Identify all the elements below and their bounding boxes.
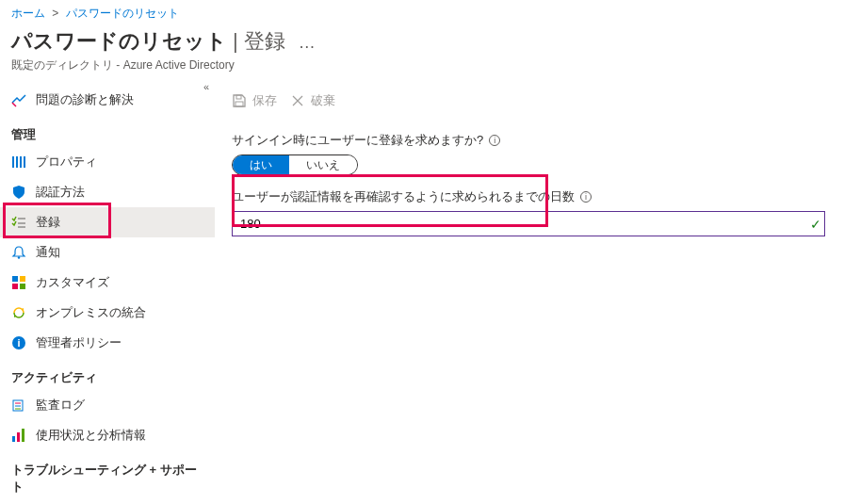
page-title-main: パスワードのリセット	[11, 27, 227, 56]
page-header: パスワードのリセット | 登録 … 既定のディレクトリ - Azure Acti…	[0, 24, 844, 81]
sidebar-section-activity: アクティビティ	[0, 358, 215, 390]
info-icon: i	[11, 335, 26, 350]
sidebar-item-label: 監査ログ	[36, 397, 85, 414]
page-subtitle: 既定のディレクトリ - Azure Active Directory	[11, 57, 833, 73]
page-title-sub: 登録	[244, 27, 285, 56]
properties-icon	[11, 154, 26, 170]
svg-rect-0	[12, 156, 14, 168]
discard-label: 破棄	[311, 92, 335, 109]
svg-rect-2	[20, 156, 22, 168]
svg-rect-18	[12, 436, 15, 442]
sidebar-item-label: 認証方法	[36, 184, 85, 201]
sidebar-item-onprem[interactable]: オンプレミスの統合	[0, 298, 215, 328]
sidebar-collapse-button[interactable]: «	[203, 81, 209, 92]
sidebar-item-label: 管理者ポリシー	[36, 334, 122, 351]
svg-rect-20	[22, 429, 24, 442]
toolbar: 保存 破棄	[232, 89, 829, 121]
toggle-yes[interactable]: はい	[233, 155, 289, 174]
svg-rect-9	[20, 276, 25, 282]
diagnose-icon	[11, 92, 26, 107]
sidebar-item-label: 使用状況と分析情報	[36, 427, 146, 444]
breadcrumb: ホーム > パスワードのリセット	[0, 0, 844, 24]
info-tooltip-icon[interactable]: i	[580, 191, 592, 203]
info-tooltip-icon[interactable]: i	[489, 135, 500, 146]
page-title-separator: |	[233, 29, 238, 54]
svg-rect-3	[24, 156, 25, 168]
svg-rect-10	[12, 284, 18, 289]
main-content: 保存 破棄 サインイン時にユーザーに登録を求めますか? i はい いいえ	[215, 81, 844, 504]
save-label: 保存	[252, 92, 277, 109]
page-more-button[interactable]: …	[299, 33, 316, 53]
breadcrumb-home[interactable]: ホーム	[11, 7, 45, 20]
sidebar-item-admin-policy[interactable]: i 管理者ポリシー	[0, 328, 215, 358]
sidebar: « 問題の診断と解決 管理 プロパティ 認証方法 登録 通知	[0, 81, 215, 504]
svg-rect-8	[12, 276, 18, 282]
save-icon	[232, 93, 247, 108]
sidebar-item-label: 通知	[36, 244, 60, 261]
svg-rect-1	[16, 156, 18, 168]
svg-rect-19	[17, 432, 20, 442]
sidebar-item-label: 登録	[36, 214, 60, 231]
toggle-no[interactable]: いいえ	[289, 155, 357, 174]
discard-button[interactable]: 破棄	[290, 92, 335, 109]
sidebar-item-auth-methods[interactable]: 認証方法	[0, 177, 215, 207]
breadcrumb-reset[interactable]: パスワードのリセット	[66, 7, 179, 20]
sidebar-item-notification[interactable]: 通知	[0, 237, 215, 268]
sidebar-item-properties[interactable]: プロパティ	[0, 147, 215, 177]
chart-icon	[11, 428, 26, 443]
require-registration-label: サインイン時にユーザーに登録を求めますか?	[232, 132, 483, 149]
customize-icon	[11, 275, 26, 290]
sidebar-item-label: 問題の診断と解決	[36, 91, 134, 108]
sidebar-item-label: オンプレミスの統合	[36, 304, 146, 321]
reconfirm-days-field: ユーザーが認証情報を再確認するように求められるまでの日数 i ✓	[232, 188, 829, 236]
bell-icon	[11, 245, 26, 260]
sidebar-item-customize[interactable]: カスタマイズ	[0, 268, 215, 298]
save-button[interactable]: 保存	[232, 92, 277, 109]
validated-check-icon: ✓	[810, 217, 821, 232]
reconfirm-days-label: ユーザーが認証情報を再確認するように求められるまでの日数	[232, 188, 575, 205]
sidebar-item-label: プロパティ	[36, 154, 97, 171]
sidebar-item-registration[interactable]: 登録	[0, 207, 215, 237]
sync-icon	[11, 305, 26, 320]
breadcrumb-separator: >	[52, 7, 58, 20]
log-icon	[11, 398, 26, 413]
svg-point-7	[18, 256, 20, 258]
svg-text:i: i	[17, 337, 20, 349]
page-root: ホーム > パスワードのリセット パスワードのリセット | 登録 … 既定のディ…	[0, 0, 844, 504]
sidebar-section-trouble: トラブルシューティング + サポート	[0, 450, 215, 499]
sidebar-item-support[interactable]: 新しいサポート リクエスト	[0, 499, 215, 504]
sidebar-section-manage: 管理	[0, 115, 215, 147]
svg-rect-24	[235, 102, 243, 106]
require-registration-field: サインイン時にユーザーに登録を求めますか? i はい いいえ	[232, 132, 829, 175]
sidebar-item-audit-logs[interactable]: 監査ログ	[0, 390, 215, 420]
svg-rect-11	[20, 284, 25, 289]
sidebar-item-label: カスタマイズ	[36, 274, 109, 291]
sidebar-item-usage[interactable]: 使用状況と分析情報	[0, 420, 215, 450]
reconfirm-days-input[interactable]	[232, 211, 825, 236]
discard-icon	[290, 93, 305, 108]
sidebar-item-diagnose[interactable]: 問題の診断と解決	[0, 85, 215, 115]
checklist-icon	[11, 215, 26, 230]
require-registration-toggle[interactable]: はい いいえ	[232, 154, 358, 175]
shield-icon	[11, 185, 26, 200]
